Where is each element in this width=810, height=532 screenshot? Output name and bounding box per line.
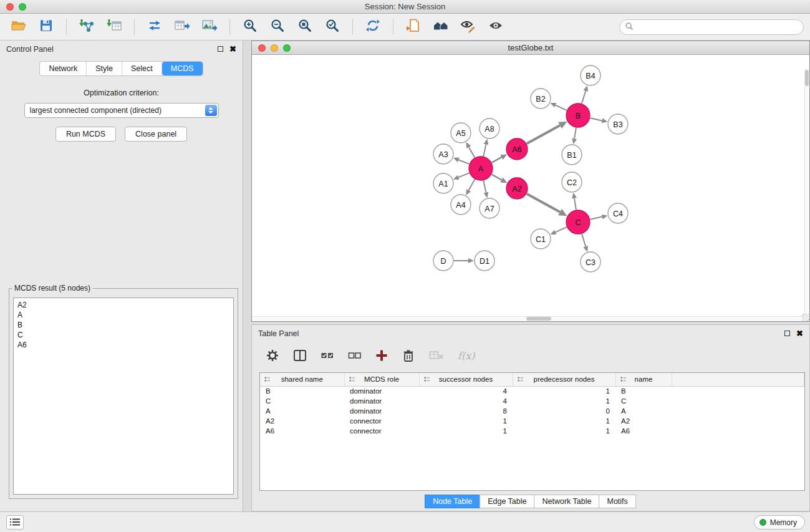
graph-node-B2[interactable]: B2 bbox=[531, 89, 551, 109]
tab-mcds[interactable]: MCDS bbox=[162, 62, 203, 75]
graph-node-B1[interactable]: B1 bbox=[562, 145, 582, 165]
graph-edge-B-B1[interactable] bbox=[574, 128, 576, 139]
graph-node-D1[interactable]: D1 bbox=[475, 251, 494, 271]
graph-node-C1[interactable]: C1 bbox=[531, 229, 551, 249]
show-network-overview-button[interactable] bbox=[430, 16, 452, 37]
criterion-dropdown[interactable]: largest connected component (directed) bbox=[24, 103, 219, 118]
zoom-fit-button[interactable] bbox=[294, 16, 316, 37]
graph-edge-C-C1[interactable] bbox=[556, 227, 567, 232]
column-header-name[interactable]: name bbox=[615, 373, 672, 386]
horizontal-scrollbar[interactable] bbox=[252, 316, 804, 321]
tab-network-table[interactable]: Network Table bbox=[534, 495, 600, 508]
close-panel-button[interactable]: Close panel bbox=[125, 127, 187, 142]
graph-edge-A2-C[interactable] bbox=[527, 194, 560, 212]
zoom-window-button[interactable] bbox=[19, 3, 26, 11]
graph-edge-A-A1[interactable] bbox=[458, 173, 469, 177]
network-minimize-button[interactable] bbox=[271, 44, 278, 52]
column-header-shared-name[interactable]: shared name bbox=[260, 373, 344, 386]
run-mcds-button[interactable]: Run MCDS bbox=[55, 127, 116, 142]
search-input[interactable] bbox=[634, 23, 798, 32]
vertical-scrollbar[interactable] bbox=[804, 69, 809, 316]
graph-node-A3[interactable]: A3 bbox=[433, 144, 453, 164]
refresh-network-button[interactable] bbox=[362, 16, 384, 37]
network-graph[interactable]: B4B2BB3A5A8A6B1A3AC2A1A2A4A7C4CC1C3DD1 bbox=[252, 55, 809, 321]
graph-node-A8[interactable]: A8 bbox=[480, 118, 499, 138]
graph-edge-C-C3[interactable] bbox=[582, 234, 586, 246]
graph-node-A6[interactable]: A6 bbox=[506, 138, 528, 160]
close-table-panel-icon[interactable]: ✖ bbox=[796, 329, 803, 337]
memory-button[interactable]: Memory bbox=[754, 515, 805, 530]
zoom-out-button[interactable] bbox=[266, 16, 289, 37]
delete-columns-trash-icon[interactable] bbox=[402, 349, 415, 362]
tab-edge-table[interactable]: Edge Table bbox=[480, 495, 534, 508]
zoom-selected-button[interactable] bbox=[321, 16, 344, 37]
show-columns-icon[interactable] bbox=[293, 349, 307, 362]
export-network-button[interactable] bbox=[143, 16, 166, 37]
table-row[interactable]: A2connector11A2 bbox=[260, 416, 804, 426]
graph-edge-A6-B[interactable] bbox=[527, 125, 560, 143]
graph-node-A2[interactable]: A2 bbox=[506, 178, 528, 199]
horizontal-scroll-thumb[interactable] bbox=[526, 317, 551, 321]
graph-node-C[interactable]: C bbox=[566, 210, 590, 234]
graph-edge-A-A3[interactable] bbox=[458, 160, 469, 164]
graph-node-B[interactable]: B bbox=[566, 104, 590, 127]
export-table-button[interactable] bbox=[171, 16, 193, 37]
graph-node-C2[interactable]: C2 bbox=[562, 172, 582, 192]
graph-edge-C-C4[interactable] bbox=[591, 217, 602, 220]
close-panel-icon[interactable]: ✖ bbox=[229, 45, 236, 53]
graph-edge-A-A6[interactable] bbox=[492, 157, 502, 162]
deselect-all-rows-icon[interactable] bbox=[348, 349, 362, 362]
float-panel-icon[interactable] bbox=[218, 46, 223, 52]
open-session-file-button[interactable] bbox=[402, 16, 425, 37]
graph-node-A4[interactable]: A4 bbox=[451, 195, 471, 215]
graph-edge-A-A7[interactable] bbox=[483, 181, 486, 193]
graph-node-B3[interactable]: B3 bbox=[608, 114, 628, 134]
network-close-button[interactable] bbox=[258, 44, 266, 52]
graph-edge-B-B3[interactable] bbox=[591, 118, 602, 120]
tab-select[interactable]: Select bbox=[122, 62, 162, 75]
close-window-button[interactable] bbox=[6, 3, 14, 11]
search-field[interactable] bbox=[619, 19, 804, 35]
float-table-panel-icon[interactable] bbox=[784, 331, 790, 336]
import-table-button[interactable] bbox=[103, 16, 125, 37]
dropdown-stepper-icon[interactable] bbox=[205, 105, 217, 116]
graph-edge-A-A4[interactable] bbox=[469, 180, 475, 191]
graph-node-A5[interactable]: A5 bbox=[451, 123, 471, 143]
select-all-rows-icon[interactable] bbox=[321, 349, 334, 362]
graph-node-A7[interactable]: A7 bbox=[480, 198, 499, 218]
tab-network[interactable]: Network bbox=[40, 62, 87, 75]
annotation-mode-button[interactable] bbox=[457, 16, 480, 37]
table-row[interactable]: Adominator80A bbox=[260, 406, 804, 416]
column-header-MCDS-role[interactable]: MCDS role bbox=[344, 373, 419, 386]
graph-node-C3[interactable]: C3 bbox=[581, 252, 600, 272]
graph-node-A1[interactable]: A1 bbox=[433, 173, 453, 193]
network-canvas[interactable]: B4B2BB3A5A8A6B1A3AC2A1A2A4A7C4CC1C3DD1 bbox=[252, 55, 809, 321]
panel-menu-button[interactable] bbox=[6, 515, 24, 530]
graph-node-A[interactable]: A bbox=[469, 157, 493, 180]
graph-node-D[interactable]: D bbox=[433, 251, 453, 271]
zoom-in-button[interactable] bbox=[239, 16, 261, 37]
graph-node-B4[interactable]: B4 bbox=[581, 65, 600, 85]
graph-edge-C-C2[interactable] bbox=[574, 198, 576, 210]
vertical-scroll-thumb[interactable] bbox=[805, 70, 809, 86]
show-graphics-details-button[interactable] bbox=[485, 16, 507, 37]
import-network-button[interactable] bbox=[75, 16, 98, 37]
open-folder-button[interactable] bbox=[7, 16, 30, 37]
save-session-button[interactable] bbox=[35, 16, 57, 37]
tab-node-table[interactable]: Node Table bbox=[425, 495, 480, 508]
graph-edge-A-A2[interactable] bbox=[492, 175, 502, 180]
table-options-gear-icon[interactable] bbox=[266, 349, 279, 362]
tab-motifs[interactable]: Motifs bbox=[599, 495, 635, 508]
tab-style[interactable]: Style bbox=[87, 62, 122, 75]
table-row[interactable]: A6connector11A6 bbox=[260, 426, 804, 436]
column-header-predecessor-nodes[interactable]: predecessor nodes bbox=[513, 373, 615, 386]
graph-edge-B-B4[interactable] bbox=[582, 91, 586, 104]
graph-edge-A-A8[interactable] bbox=[483, 144, 486, 156]
add-column-icon[interactable] bbox=[375, 349, 388, 362]
graph-node-C4[interactable]: C4 bbox=[608, 203, 628, 223]
resize-grip[interactable] bbox=[802, 314, 809, 321]
table-row[interactable]: Cdominator41C bbox=[260, 396, 804, 406]
table-row[interactable]: Bdominator41B bbox=[260, 386, 804, 396]
mcds-result-list[interactable]: A2ABCA6 bbox=[13, 297, 234, 495]
graph-edge-B-B2[interactable] bbox=[556, 105, 567, 110]
